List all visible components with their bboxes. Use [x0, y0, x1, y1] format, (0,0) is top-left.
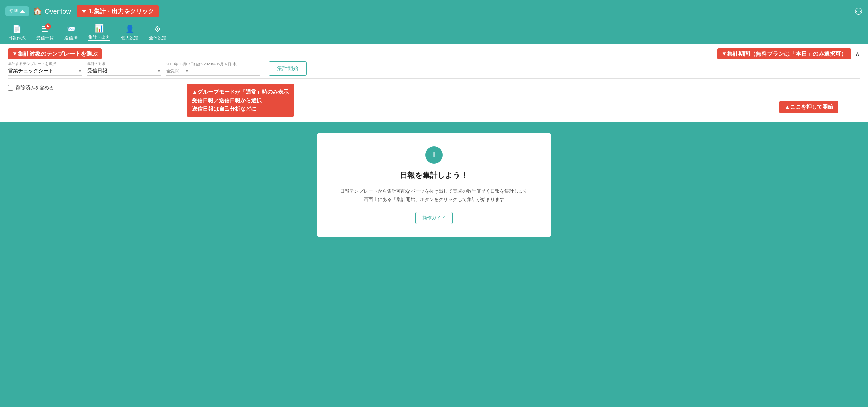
- left-callout: ▼集計対象のテンプレートを選ぶ: [8, 48, 102, 59]
- settings-icon: ⚙: [154, 25, 161, 34]
- bottom-right-callout-text: ▲ここを押して開始: [785, 104, 833, 110]
- info-card-desc-line1: 日報テンプレートから集計可能なパーツを抜き出して電卓の数千倍早く日報を集計します: [340, 187, 528, 196]
- toolbar-sent-label: 送信済: [64, 35, 78, 41]
- app-name: Overflow: [44, 8, 71, 15]
- bottom-right-callout: ▲ここを押して開始: [779, 101, 838, 113]
- toolbar-item-aggregate[interactable]: 📊 集計・出力: [88, 24, 110, 41]
- toolbar-item-settings[interactable]: ⚙ 全体設定: [149, 25, 166, 41]
- period-dropdown-arrow: ▼: [185, 69, 189, 73]
- toolbar-item-personal[interactable]: 👤 個人設定: [121, 25, 138, 41]
- target-select-wrap[interactable]: 受信日報 ▼: [87, 68, 161, 76]
- red-callout-line-1: ▲グループモードが「通常」時のみ表示: [192, 88, 289, 96]
- toolbar-settings-label: 全体設定: [149, 35, 166, 41]
- inbox-icon: ☰ 6: [42, 25, 48, 34]
- info-card-desc: 日報テンプレートから集計可能なパーツを抜き出して電卓の数千倍早く日報を集計します…: [340, 187, 528, 204]
- include-deleted-checkbox[interactable]: [8, 85, 13, 91]
- info-icon: i: [433, 150, 435, 159]
- date-range-group: 2010年05月07日(金)〜2020年05月07日(木) 全期間 ▼: [166, 62, 260, 76]
- date-range-inner[interactable]: 全期間 ▼: [166, 68, 260, 76]
- toolbar-personal-label: 個人設定: [121, 35, 138, 41]
- main-content: ▼集計対象のテンプレートを選ぶ ▼集計期間（無料プランは「本日」のみ選択可） ∧…: [0, 44, 868, 251]
- home-icon[interactable]: 🏠: [33, 7, 42, 16]
- red-callout-line-2: 受信日報／送信日報から選択: [192, 96, 289, 105]
- user-icon[interactable]: ⚇: [854, 6, 863, 17]
- period-value: 全期間: [166, 68, 180, 74]
- info-circle: i: [425, 146, 443, 164]
- toolbar: 📄 日報作成 ☰ 6 受信一覧 📨 送信済 📊 集計・出力 👤 個人設定 ⚙ 全…: [0, 23, 868, 44]
- target-select-group: 集計の対象 受信日報 ▼: [87, 61, 161, 76]
- red-callout-line-3: 送信日報は自己分析などに: [192, 105, 289, 113]
- aggregate-icon: 📊: [95, 24, 104, 33]
- personal-icon: 👤: [125, 25, 134, 34]
- switch-label: 切替: [9, 8, 18, 14]
- date-label: 2010年05月07日(金)〜2020年05月07日(木): [166, 62, 260, 67]
- inbox-badge: 6: [45, 24, 51, 30]
- right-callout: ▼集計期間（無料プランは「本日」のみ選択可）: [717, 48, 851, 59]
- section-bar: ▼集計対象のテンプレートを選ぶ ▼集計期間（無料プランは「本日」のみ選択可） ∧…: [0, 44, 868, 122]
- target-dropdown-arrow: ▼: [157, 69, 161, 73]
- info-card-desc-line2: 画面上にある「集計開始」ボタンをクリックして集計が始まります: [340, 196, 528, 204]
- red-callout-block: ▲グループモードが「通常」時のみ表示 受信日報／送信日報から選択 送信日報は自己…: [187, 84, 294, 117]
- section-divider: [8, 78, 860, 79]
- template-select-group: 集計するテンプレートを選択 営業チェックシート ▼: [8, 61, 82, 76]
- guide-button[interactable]: 操作ガイド: [415, 212, 453, 224]
- include-deleted-label: 削除済みを含める: [16, 85, 54, 91]
- toolbar-aggregate-label: 集計・出力: [88, 34, 110, 40]
- sent-icon: 📨: [66, 25, 75, 34]
- template-dropdown-arrow: ▼: [78, 69, 82, 73]
- create-icon: 📄: [12, 25, 22, 34]
- top-callout-text: 1.集計・出力をクリック: [89, 7, 154, 15]
- template-select-wrap[interactable]: 営業チェックシート ▼: [8, 68, 82, 76]
- checkbox-row: 削除済みを含める: [8, 85, 54, 91]
- toolbar-inbox-label: 受信一覧: [36, 35, 54, 41]
- aggregate-button[interactable]: 集計開始: [269, 61, 307, 76]
- toolbar-item-create[interactable]: 📄 日報作成: [8, 25, 26, 41]
- target-label: 集計の対象: [87, 61, 161, 66]
- info-card-wrapper: i 日報を集計しよう！ 日報テンプレートから集計可能なパーツを抜き出して電卓の数…: [0, 122, 868, 251]
- right-callout-text: ▼集計期間（無料プランは「本日」のみ選択可）: [721, 50, 847, 57]
- form-row: 集計するテンプレートを選択 営業チェックシート ▼ 集計の対象 受信日報 ▼ 2…: [8, 61, 860, 76]
- switch-button[interactable]: 切替: [5, 6, 29, 16]
- toolbar-item-inbox[interactable]: ☰ 6 受信一覧: [36, 25, 54, 41]
- top-nav: 切替 🏠 Overflow 1.集計・出力をクリック ⚇: [0, 0, 868, 23]
- toolbar-item-sent[interactable]: 📨 送信済: [64, 25, 78, 41]
- info-card-title: 日報を集計しよう！: [400, 170, 468, 180]
- top-callout: 1.集計・出力をクリック: [76, 5, 159, 18]
- left-callout-text: ▼集計対象のテンプレートを選ぶ: [12, 50, 98, 57]
- target-value: 受信日報: [87, 68, 154, 74]
- collapse-button[interactable]: ∧: [855, 50, 860, 58]
- header-top-row: ▼集計対象のテンプレートを選ぶ ▼集計期間（無料プランは「本日」のみ選択可） ∧: [8, 48, 860, 59]
- info-card: i 日報を集計しよう！ 日報テンプレートから集計可能なパーツを抜き出して電卓の数…: [316, 133, 552, 237]
- template-value: 営業チェックシート: [8, 68, 75, 74]
- triangle-up-icon: [20, 10, 25, 13]
- toolbar-create-label: 日報作成: [8, 35, 26, 41]
- arrow-down-icon: [81, 10, 87, 13]
- template-label: 集計するテンプレートを選択: [8, 61, 82, 66]
